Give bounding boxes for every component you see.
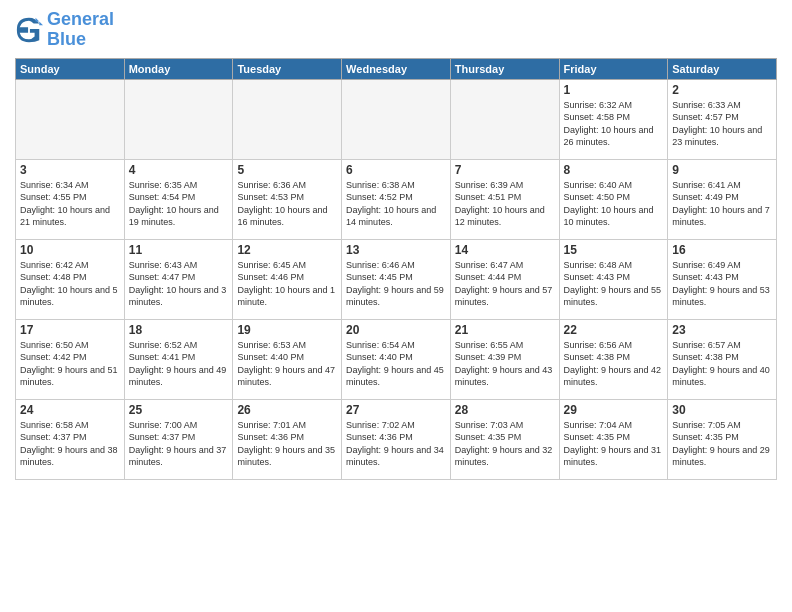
day-number: 25 [129,403,229,417]
calendar-day-16: 16Sunrise: 6:49 AM Sunset: 4:43 PM Dayli… [668,239,777,319]
day-info: Sunrise: 6:57 AM Sunset: 4:38 PM Dayligh… [672,339,772,389]
day-number: 2 [672,83,772,97]
day-info: Sunrise: 6:47 AM Sunset: 4:44 PM Dayligh… [455,259,555,309]
day-info: Sunrise: 6:46 AM Sunset: 4:45 PM Dayligh… [346,259,446,309]
day-number: 28 [455,403,555,417]
calendar-day-4: 4Sunrise: 6:35 AM Sunset: 4:54 PM Daylig… [124,159,233,239]
calendar-day-17: 17Sunrise: 6:50 AM Sunset: 4:42 PM Dayli… [16,319,125,399]
day-number: 5 [237,163,337,177]
calendar-week-2: 3Sunrise: 6:34 AM Sunset: 4:55 PM Daylig… [16,159,777,239]
day-info: Sunrise: 7:05 AM Sunset: 4:35 PM Dayligh… [672,419,772,469]
day-info: Sunrise: 7:03 AM Sunset: 4:35 PM Dayligh… [455,419,555,469]
day-info: Sunrise: 6:33 AM Sunset: 4:57 PM Dayligh… [672,99,772,149]
calendar-day-15: 15Sunrise: 6:48 AM Sunset: 4:43 PM Dayli… [559,239,668,319]
day-info: Sunrise: 7:00 AM Sunset: 4:37 PM Dayligh… [129,419,229,469]
day-info: Sunrise: 6:54 AM Sunset: 4:40 PM Dayligh… [346,339,446,389]
calendar-day-empty [124,79,233,159]
calendar-day-20: 20Sunrise: 6:54 AM Sunset: 4:40 PM Dayli… [342,319,451,399]
calendar-day-23: 23Sunrise: 6:57 AM Sunset: 4:38 PM Dayli… [668,319,777,399]
day-info: Sunrise: 6:34 AM Sunset: 4:55 PM Dayligh… [20,179,120,229]
day-number: 9 [672,163,772,177]
calendar-week-3: 10Sunrise: 6:42 AM Sunset: 4:48 PM Dayli… [16,239,777,319]
day-number: 19 [237,323,337,337]
day-info: Sunrise: 6:36 AM Sunset: 4:53 PM Dayligh… [237,179,337,229]
calendar-week-4: 17Sunrise: 6:50 AM Sunset: 4:42 PM Dayli… [16,319,777,399]
day-number: 29 [564,403,664,417]
day-number: 14 [455,243,555,257]
weekday-header-monday: Monday [124,58,233,79]
calendar-day-21: 21Sunrise: 6:55 AM Sunset: 4:39 PM Dayli… [450,319,559,399]
calendar-day-30: 30Sunrise: 7:05 AM Sunset: 4:35 PM Dayli… [668,399,777,479]
day-number: 27 [346,403,446,417]
day-number: 18 [129,323,229,337]
day-info: Sunrise: 6:50 AM Sunset: 4:42 PM Dayligh… [20,339,120,389]
day-number: 20 [346,323,446,337]
day-number: 30 [672,403,772,417]
day-info: Sunrise: 6:45 AM Sunset: 4:46 PM Dayligh… [237,259,337,309]
calendar-table: SundayMondayTuesdayWednesdayThursdayFrid… [15,58,777,480]
calendar-day-10: 10Sunrise: 6:42 AM Sunset: 4:48 PM Dayli… [16,239,125,319]
calendar-day-29: 29Sunrise: 7:04 AM Sunset: 4:35 PM Dayli… [559,399,668,479]
day-info: Sunrise: 6:40 AM Sunset: 4:50 PM Dayligh… [564,179,664,229]
day-number: 11 [129,243,229,257]
day-info: Sunrise: 6:52 AM Sunset: 4:41 PM Dayligh… [129,339,229,389]
weekday-header-row: SundayMondayTuesdayWednesdayThursdayFrid… [16,58,777,79]
weekday-header-thursday: Thursday [450,58,559,79]
day-number: 12 [237,243,337,257]
calendar-day-12: 12Sunrise: 6:45 AM Sunset: 4:46 PM Dayli… [233,239,342,319]
page-header: General Blue [15,10,777,50]
day-number: 6 [346,163,446,177]
calendar-day-25: 25Sunrise: 7:00 AM Sunset: 4:37 PM Dayli… [124,399,233,479]
weekday-header-saturday: Saturday [668,58,777,79]
page-container: General Blue SundayMondayTuesdayWednesda… [0,0,792,485]
calendar-day-9: 9Sunrise: 6:41 AM Sunset: 4:49 PM Daylig… [668,159,777,239]
calendar-day-5: 5Sunrise: 6:36 AM Sunset: 4:53 PM Daylig… [233,159,342,239]
day-number: 15 [564,243,664,257]
logo-general: General [47,9,114,29]
day-number: 4 [129,163,229,177]
day-number: 3 [20,163,120,177]
calendar-day-2: 2Sunrise: 6:33 AM Sunset: 4:57 PM Daylig… [668,79,777,159]
calendar-day-empty [16,79,125,159]
logo: General Blue [15,10,114,50]
day-info: Sunrise: 6:41 AM Sunset: 4:49 PM Dayligh… [672,179,772,229]
day-info: Sunrise: 6:48 AM Sunset: 4:43 PM Dayligh… [564,259,664,309]
day-info: Sunrise: 6:55 AM Sunset: 4:39 PM Dayligh… [455,339,555,389]
calendar-day-22: 22Sunrise: 6:56 AM Sunset: 4:38 PM Dayli… [559,319,668,399]
calendar-day-27: 27Sunrise: 7:02 AM Sunset: 4:36 PM Dayli… [342,399,451,479]
calendar-day-19: 19Sunrise: 6:53 AM Sunset: 4:40 PM Dayli… [233,319,342,399]
day-info: Sunrise: 6:53 AM Sunset: 4:40 PM Dayligh… [237,339,337,389]
calendar-day-14: 14Sunrise: 6:47 AM Sunset: 4:44 PM Dayli… [450,239,559,319]
calendar-day-18: 18Sunrise: 6:52 AM Sunset: 4:41 PM Dayli… [124,319,233,399]
day-number: 22 [564,323,664,337]
logo-icon [15,16,43,44]
calendar-day-26: 26Sunrise: 7:01 AM Sunset: 4:36 PM Dayli… [233,399,342,479]
day-number: 13 [346,243,446,257]
day-info: Sunrise: 6:39 AM Sunset: 4:51 PM Dayligh… [455,179,555,229]
day-info: Sunrise: 7:01 AM Sunset: 4:36 PM Dayligh… [237,419,337,469]
calendar-day-13: 13Sunrise: 6:46 AM Sunset: 4:45 PM Dayli… [342,239,451,319]
weekday-header-friday: Friday [559,58,668,79]
day-info: Sunrise: 6:58 AM Sunset: 4:37 PM Dayligh… [20,419,120,469]
day-info: Sunrise: 6:49 AM Sunset: 4:43 PM Dayligh… [672,259,772,309]
day-number: 16 [672,243,772,257]
day-number: 23 [672,323,772,337]
day-number: 7 [455,163,555,177]
calendar-day-1: 1Sunrise: 6:32 AM Sunset: 4:58 PM Daylig… [559,79,668,159]
day-info: Sunrise: 6:35 AM Sunset: 4:54 PM Dayligh… [129,179,229,229]
day-info: Sunrise: 6:32 AM Sunset: 4:58 PM Dayligh… [564,99,664,149]
day-info: Sunrise: 7:04 AM Sunset: 4:35 PM Dayligh… [564,419,664,469]
calendar-day-28: 28Sunrise: 7:03 AM Sunset: 4:35 PM Dayli… [450,399,559,479]
weekday-header-tuesday: Tuesday [233,58,342,79]
weekday-header-sunday: Sunday [16,58,125,79]
weekday-header-wednesday: Wednesday [342,58,451,79]
day-info: Sunrise: 7:02 AM Sunset: 4:36 PM Dayligh… [346,419,446,469]
day-info: Sunrise: 6:43 AM Sunset: 4:47 PM Dayligh… [129,259,229,309]
calendar-day-empty [450,79,559,159]
day-number: 21 [455,323,555,337]
calendar-day-empty [342,79,451,159]
calendar-week-1: 1Sunrise: 6:32 AM Sunset: 4:58 PM Daylig… [16,79,777,159]
calendar-day-3: 3Sunrise: 6:34 AM Sunset: 4:55 PM Daylig… [16,159,125,239]
calendar-day-24: 24Sunrise: 6:58 AM Sunset: 4:37 PM Dayli… [16,399,125,479]
day-info: Sunrise: 6:38 AM Sunset: 4:52 PM Dayligh… [346,179,446,229]
